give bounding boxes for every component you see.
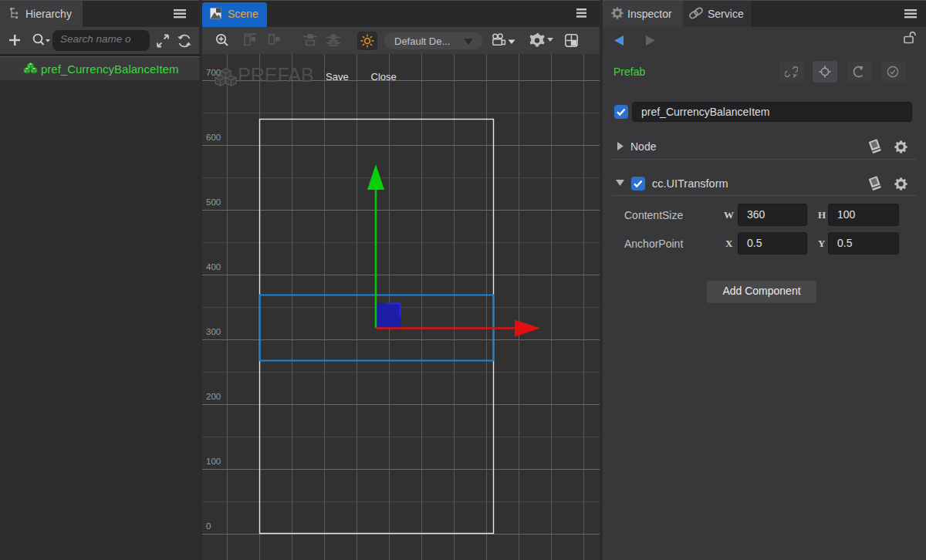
svg-text:200: 200 bbox=[206, 392, 221, 401]
svg-text:400: 400 bbox=[206, 262, 221, 272]
svg-text:300: 300 bbox=[206, 327, 221, 336]
svg-text:0: 0 bbox=[206, 521, 211, 531]
svg-text:Close: Close bbox=[371, 71, 397, 83]
svg-text:100: 100 bbox=[206, 457, 221, 466]
svg-text:500: 500 bbox=[206, 197, 221, 207]
svg-text:PREFAB: PREFAB bbox=[238, 64, 314, 86]
svg-text:700: 700 bbox=[206, 68, 221, 77]
svg-text:600: 600 bbox=[206, 133, 221, 142]
svg-text:Save: Save bbox=[326, 71, 349, 83]
